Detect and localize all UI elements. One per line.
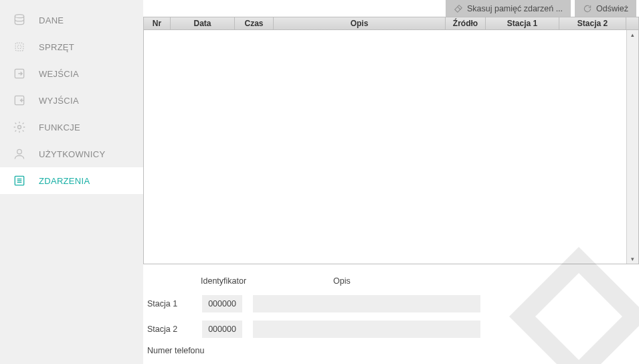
detail-header-opis: Opis — [333, 276, 351, 286]
refresh-label: Odśwież — [596, 4, 628, 13]
stacja2-id-field[interactable]: 000000 — [202, 321, 242, 338]
sidebar-item-sprzet[interactable]: SPRZĘT — [0, 33, 143, 60]
vertical-scrollbar[interactable] — [626, 30, 638, 264]
detail-label-stacja2: Stacja 2 — [147, 325, 194, 334]
gear-icon — [12, 120, 27, 134]
clear-events-label: Skasuj pamięć zdarzeń ... — [467, 4, 563, 13]
detail-header-identyfikator: Identyfikator — [147, 276, 333, 286]
detail-panel: Identyfikator Opis Stacja 1 000000 Stacj… — [143, 264, 639, 363]
detail-row-stacja1: Stacja 1 000000 — [147, 295, 635, 312]
sidebar-item-label: FUNKCJE — [39, 122, 80, 132]
detail-row-stacja2: Stacja 2 000000 — [147, 321, 635, 338]
stacja1-id-field[interactable]: 000000 — [202, 295, 242, 312]
sidebar-item-wyjscia[interactable]: WYJŚCIA — [0, 87, 143, 114]
svg-rect-1 — [15, 43, 23, 51]
sidebar-item-label: WYJŚCIA — [39, 96, 79, 106]
column-header-extra — [626, 17, 638, 29]
sidebar-item-label: UŻYTKOWNICY — [39, 149, 105, 159]
events-grid-body[interactable] — [144, 30, 626, 264]
sidebar-item-funkcje[interactable]: FUNKCJE — [0, 114, 143, 141]
toolbar: Skasuj pamięć zdarzeń ... Odśwież — [143, 0, 639, 17]
stacja1-opis-field[interactable] — [253, 295, 480, 312]
svg-point-6 — [17, 149, 22, 154]
svg-point-5 — [18, 126, 21, 129]
detail-header-row: Identyfikator Opis — [147, 276, 635, 286]
detail-row-phone: Numer telefonu — [147, 346, 635, 355]
sidebar-item-label: WEJŚCIA — [39, 69, 79, 79]
sidebar-item-dane[interactable]: DANE — [0, 7, 143, 33]
stacja2-opis-field[interactable] — [253, 321, 480, 338]
column-header-stacja1[interactable]: Stacja 1 — [486, 17, 559, 29]
refresh-button[interactable]: Odśwież — [575, 0, 636, 17]
sidebar: DANE SPRZĘT WEJŚCIA WYJŚCIA FUNKCJE — [0, 0, 143, 364]
sidebar-item-label: SPRZĘT — [39, 42, 74, 52]
list-icon — [12, 173, 27, 188]
sidebar-item-zdarzenia[interactable]: ZDARZENIA — [0, 167, 143, 194]
sidebar-item-uzytkownicy[interactable]: UŻYTKOWNICY — [0, 141, 143, 167]
svg-rect-2 — [18, 46, 21, 49]
events-grid — [143, 30, 639, 264]
detail-label-stacja1: Stacja 1 — [147, 299, 194, 308]
sidebar-item-label: ZDARZENIA — [39, 176, 90, 186]
events-table-header: Nr Data Czas Opis Źródło Stacja 1 Stacja… — [143, 17, 639, 30]
refresh-icon — [583, 4, 592, 13]
broom-icon — [454, 4, 463, 13]
output-icon — [12, 93, 27, 108]
column-header-data[interactable]: Data — [171, 17, 235, 29]
sidebar-item-wejscia[interactable]: WEJŚCIA — [0, 60, 143, 87]
sidebar-item-label: DANE — [39, 15, 64, 25]
input-icon — [12, 66, 27, 81]
column-header-czas[interactable]: Czas — [235, 17, 274, 29]
column-header-nr[interactable]: Nr — [144, 17, 171, 29]
svg-point-0 — [15, 15, 23, 18]
main-panel: Skasuj pamięć zdarzeń ... Odśwież Nr Dat… — [143, 0, 639, 364]
database-icon — [12, 13, 27, 27]
detail-label-phone: Numer telefonu — [147, 346, 204, 355]
chip-icon — [12, 39, 27, 54]
column-header-stacja2[interactable]: Stacja 2 — [559, 17, 626, 29]
column-header-opis[interactable]: Opis — [274, 17, 446, 29]
user-icon — [12, 147, 27, 161]
column-header-zrodlo[interactable]: Źródło — [446, 17, 486, 29]
clear-events-button[interactable]: Skasuj pamięć zdarzeń ... — [446, 0, 571, 17]
